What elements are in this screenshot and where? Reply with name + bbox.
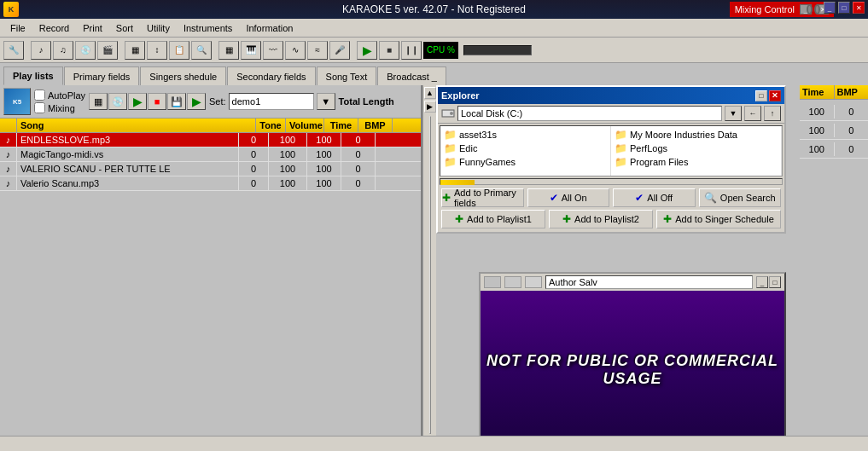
explorer-path-input[interactable]	[457, 106, 722, 121]
song-volume: 100	[269, 176, 307, 190]
tb-btn-mic[interactable]: 🎤	[329, 41, 350, 60]
tb-btn-note2[interactable]: ♫	[53, 41, 73, 60]
tb-pause-button[interactable]: ❙❙	[401, 41, 422, 60]
all-on-label: All On	[562, 193, 587, 203]
table-row[interactable]: ♪ MagicTango-midi.vs 0 100 100 0	[0, 147, 421, 162]
tb-btn-arrow[interactable]: ↕	[147, 41, 167, 60]
menu-instruments[interactable]: Instruments	[177, 21, 239, 35]
tb-btn-note1[interactable]: ♪	[31, 41, 51, 60]
add-playlist2-button[interactable]: ✚ Add to Playlist2	[549, 210, 653, 228]
tab-playlists[interactable]: Play lists	[3, 66, 63, 85]
scroll-up-arrow[interactable]: ▲	[424, 87, 436, 99]
explorer-scrollbar[interactable]	[440, 178, 783, 185]
file-item-mymoore[interactable]: 📁 My Moore Industries Data	[613, 128, 779, 142]
all-on-button[interactable]: ✔ All On	[527, 188, 610, 207]
file-item-programfiles[interactable]: 📁 Program Files	[613, 155, 779, 169]
app-maximize-button[interactable]: □	[838, 2, 850, 14]
table-body: ♪ ENDLESSLOVE.mp3 0 100 100 0 ♪ MagicTan…	[0, 133, 421, 191]
set-input[interactable]	[229, 93, 314, 110]
open-search-button[interactable]: 🔍 Open Search	[699, 188, 782, 207]
table-row[interactable]: ♪ ENDLESSLOVE.mp3 0 100 100 0	[0, 133, 421, 147]
add-primary-fields-button[interactable]: ✚ Add to Primary fields	[441, 188, 524, 207]
tab-song-text[interactable]: Song Text	[317, 66, 377, 85]
menu-print[interactable]: Print	[76, 21, 109, 35]
tb-btn-grid2[interactable]: ▦	[218, 41, 239, 60]
tb-btn-search[interactable]: 🔍	[191, 41, 212, 60]
menu-information[interactable]: Information	[239, 21, 300, 35]
explorer-close-button[interactable]: ✕	[769, 90, 781, 101]
app-circle-2	[814, 4, 820, 14]
mixing-checkbox-label[interactable]: Mixing	[34, 102, 85, 113]
preview-minimize-btn[interactable]: _	[756, 276, 768, 288]
explorer-up-button[interactable]: ↑	[764, 106, 781, 121]
preview-color-btn-3[interactable]	[525, 276, 542, 288]
plus-icon-3: ✚	[562, 213, 571, 225]
song-name: Valerio Scanu.mp3	[17, 176, 239, 190]
tab-broadcast[interactable]: Broadcast _	[377, 66, 446, 85]
explorer-scroll-thumb	[440, 180, 475, 185]
explorer-back-button[interactable]: ←	[744, 106, 761, 121]
explorer-maximize-button[interactable]: □	[755, 90, 767, 101]
menu-sort[interactable]: Sort	[109, 21, 140, 35]
tab-singers-schedule[interactable]: Singers shedule	[140, 66, 226, 85]
song-tone: 0	[239, 133, 269, 147]
ctrl-btn-5[interactable]: 💾	[167, 93, 186, 110]
menu-utility[interactable]: Utility	[140, 21, 177, 35]
explorer-titlebar[interactable]: Explorer □ ✕	[438, 87, 784, 104]
table-header: Song Tone Volume Time BMP	[0, 119, 421, 133]
mixing-checkbox[interactable]	[34, 102, 45, 113]
file-item-asset31s[interactable]: 📁 asset31s	[442, 128, 609, 142]
preview-color-btn-1[interactable]	[484, 276, 501, 288]
all-off-button[interactable]: ✔ All Off	[613, 188, 696, 207]
ctrl-btn-4[interactable]: ■	[148, 93, 166, 110]
tb-btn-hammer[interactable]: 🔧	[3, 41, 24, 60]
preview-panel: Author Salv _ □ NOT FOR PUBLIC OR COMMER…	[479, 272, 786, 451]
menu-record[interactable]: Record	[32, 21, 76, 35]
tb-btn-movie[interactable]: 🎬	[97, 41, 118, 60]
tb-btn-wave3[interactable]: ≈	[307, 41, 328, 60]
preview-maximize-btn[interactable]: □	[769, 276, 781, 288]
table-row[interactable]: ♪ VALERIO SCANU - PER TUTTE LE 0 100 100…	[0, 162, 421, 176]
set-dropdown-button[interactable]: ▼	[317, 93, 335, 110]
tb-play-button[interactable]: ▶	[357, 41, 377, 60]
ctrl-btn-1[interactable]: ▦	[89, 93, 108, 110]
explorer-col-right: 📁 My Moore Industries Data 📁 PerfLogs 📁 …	[611, 126, 782, 176]
scroll-right-arrow[interactable]: ▶	[424, 101, 436, 113]
tb-btn-wave1[interactable]: 〰	[263, 41, 283, 60]
tb-stop-button[interactable]: ■	[379, 41, 399, 60]
file-name: My Moore Industries Data	[630, 130, 737, 140]
file-item-perflogs[interactable]: 📁 PerfLogs	[613, 142, 779, 155]
ctrl-btn-2[interactable]: 💿	[108, 93, 127, 110]
tb-btn-cd[interactable]: 💿	[75, 41, 96, 60]
song-name: MagicTango-midi.vs	[17, 147, 239, 161]
add-primary-label: Add to Primary fields	[454, 188, 523, 208]
menu-file[interactable]: File	[3, 21, 32, 35]
add-singer-button[interactable]: ✚ Add to Singer Schedule	[656, 210, 781, 228]
tb-btn-piano[interactable]: 🎹	[241, 41, 261, 60]
autoplay-checkbox[interactable]	[34, 90, 45, 101]
tb-btn-grid1[interactable]: ▦	[125, 41, 145, 60]
folder-icon: 📁	[615, 129, 627, 141]
tab-secondary-fields[interactable]: Secondary fields	[227, 66, 315, 85]
autoplay-checkbox-label[interactable]: AutoPlay	[34, 90, 85, 101]
th-tone: Tone	[256, 119, 286, 132]
preview-watermark: NOT FOR PUBLIC OR COMMERCIAL USAGE	[481, 352, 784, 388]
tb-btn-wave2[interactable]: ∿	[285, 41, 306, 60]
file-item-edic[interactable]: 📁 Edic	[442, 142, 609, 155]
table-row[interactable]: ♪ Valerio Scanu.mp3 0 100 100 0	[0, 176, 421, 191]
add-playlist1-button[interactable]: ✚ Add to Playlist1	[441, 210, 545, 228]
explorer-dropdown-button[interactable]: ▼	[725, 106, 742, 121]
main-scrollbar[interactable]: ▲ ▶ ▼	[422, 85, 436, 451]
app-close-button[interactable]: ✕	[853, 2, 865, 14]
drive-icon	[441, 107, 455, 120]
preview-color-btn-2[interactable]	[504, 276, 521, 288]
plus-icon-2: ✚	[455, 213, 463, 225]
ctrl-btn-6[interactable]: ▶	[187, 93, 206, 110]
tab-primary-fields[interactable]: Primary fields	[64, 66, 140, 85]
song-tone: 0	[239, 162, 269, 176]
right-row-1: 100 0	[800, 102, 868, 121]
file-item-funnygames[interactable]: 📁 FunnyGames	[442, 155, 609, 169]
app-minimize-button[interactable]: _	[824, 2, 836, 14]
ctrl-btn-3[interactable]: ▶	[128, 93, 147, 110]
tb-btn-copy[interactable]: 📋	[169, 41, 189, 60]
